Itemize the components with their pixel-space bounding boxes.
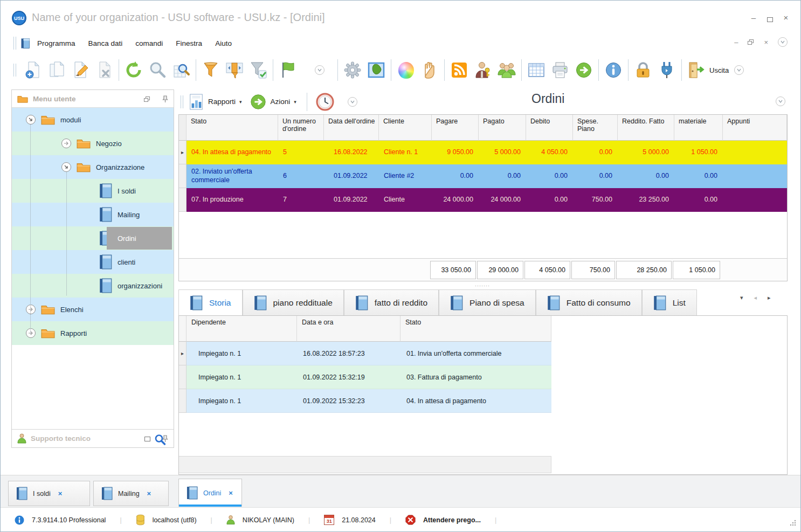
menu-item-aiuto[interactable]: Aiuto	[215, 39, 232, 47]
filter-button[interactable]	[199, 58, 223, 82]
column-header[interactable]: Pagare	[432, 115, 479, 141]
tab-list-truncated[interactable]: List	[642, 289, 697, 316]
edit-document-button[interactable]	[68, 58, 92, 82]
toolbar-options-chevron-icon[interactable]	[778, 37, 788, 47]
support-maximize-icon[interactable]	[144, 437, 150, 441]
content-toolbar-grip[interactable]	[181, 95, 183, 108]
table-row[interactable]: Impiegato n. 1 01.09.2022 15:32:19 03. F…	[179, 365, 787, 389]
new-document-button[interactable]	[21, 58, 45, 82]
tree-item-ordini-selected[interactable]: Ordini	[12, 226, 174, 250]
column-header[interactable]: Debito	[526, 115, 573, 141]
exit-button-label[interactable]: Uscita	[709, 66, 729, 74]
column-header[interactable]: materiale	[674, 115, 723, 141]
table-row[interactable]: 02. Inviato un'offerta commerciale 6 01.…	[179, 164, 787, 188]
search-button[interactable]	[146, 58, 169, 82]
delete-document-button[interactable]	[92, 58, 116, 82]
column-header[interactable]: Pagato	[479, 115, 526, 141]
refresh-button[interactable]	[122, 58, 146, 82]
table-view-icon[interactable]	[524, 58, 548, 82]
column-header[interactable]: Stato	[187, 115, 278, 141]
azioni-dropdown-button[interactable]: Azioni ▾	[250, 93, 296, 110]
content-options-chevron-icon[interactable]	[776, 96, 785, 106]
column-header[interactable]: Un numero d'ordine	[278, 115, 324, 141]
content-toolbar-chevron-icon[interactable]	[348, 97, 357, 107]
advanced-search-button[interactable]	[169, 58, 193, 82]
bottom-tab-i-soldi[interactable]: I soldi ×	[8, 481, 90, 506]
tree-item-clienti[interactable]: clienti	[12, 250, 174, 274]
tree-item-organizzazione[interactable]: Organizzazione	[12, 155, 174, 179]
menu-item-banca-dati[interactable]: Banca dati	[88, 39, 123, 47]
map-icon[interactable]	[364, 58, 388, 82]
bottom-tab-mailing[interactable]: Mailing ×	[93, 481, 169, 506]
tree-item-rapporti[interactable]: Rapporti	[12, 321, 174, 345]
tree-item-elenchi[interactable]: Elenchi	[12, 298, 174, 321]
column-header[interactable]: Reddito. Fatto	[618, 115, 674, 141]
tab-piano-reddituale[interactable]: piano reddituale	[243, 289, 344, 316]
exit-door-icon[interactable]	[685, 58, 708, 82]
tab-piano-di-spesa[interactable]: Piano di spesa	[439, 289, 536, 316]
table-row[interactable]: Impiegato n. 1 01.09.2022 15:32:23 04. I…	[179, 389, 787, 413]
settings-gear-icon[interactable]	[341, 58, 364, 82]
tab-fatto-di-consumo[interactable]: Fatto di consumo	[536, 289, 642, 316]
child-minimize-button[interactable]: –	[734, 38, 738, 46]
users-group-icon[interactable]	[495, 58, 519, 82]
table-row[interactable]: ▸ Impiegato n. 1 16.08.2022 18:57:23 01.…	[179, 342, 787, 365]
tab-dropdown-icon[interactable]: ▾	[740, 294, 743, 301]
filter-columns-button[interactable]	[223, 58, 246, 82]
time-clock-button[interactable]	[315, 92, 335, 112]
tree-item-mailing[interactable]: Mailing	[12, 203, 174, 226]
expand-arrow-icon[interactable]	[26, 328, 36, 338]
support-panel-header[interactable]: Supporto tecnico	[12, 429, 174, 447]
window-maximize-button[interactable]	[764, 13, 776, 23]
column-header[interactable]: Cliente	[379, 115, 432, 141]
tab-storia[interactable]: Storia	[178, 289, 243, 316]
tree-item-organizzazioni[interactable]: organizzazioni	[12, 274, 174, 298]
print-icon[interactable]	[548, 58, 572, 82]
menubar-grip[interactable]	[13, 37, 16, 50]
support-pin-icon[interactable]	[162, 435, 168, 443]
tab-scroll-right-icon[interactable]: ▸	[768, 294, 771, 301]
user-permissions-icon[interactable]	[471, 58, 495, 82]
column-header[interactable]: Appunti	[723, 115, 787, 141]
close-tab-icon[interactable]: ×	[229, 489, 233, 497]
toolbar-end-chevron-icon[interactable]	[734, 65, 744, 75]
lock-icon[interactable]	[631, 58, 655, 82]
splitter-handle[interactable]: ·······	[475, 283, 490, 288]
menu-item-programma[interactable]: Programma	[37, 39, 75, 47]
rapporti-dropdown-button[interactable]: Rapporti ▾	[188, 93, 242, 110]
menu-item-comandi[interactable]: comandi	[135, 39, 163, 47]
window-close-button[interactable]: ×	[780, 13, 792, 23]
colors-palette-icon[interactable]	[394, 58, 418, 82]
connection-plug-icon[interactable]	[655, 58, 679, 82]
tab-fatto-di-reddito[interactable]: fatto di reddito	[344, 289, 439, 316]
expand-arrow-icon[interactable]	[26, 305, 36, 314]
copy-document-button[interactable]	[45, 58, 68, 82]
menu-item-finestra[interactable]: Finestra	[176, 39, 202, 47]
collapse-arrow-icon[interactable]	[26, 115, 36, 125]
column-header[interactable]: Data dell'ordine	[324, 115, 379, 141]
filter-apply-button[interactable]	[246, 58, 270, 82]
expand-arrow-icon[interactable]	[61, 139, 71, 148]
tree-item-i-soldi[interactable]: I soldi	[12, 179, 174, 203]
toolbar-grip[interactable]	[13, 64, 16, 77]
tree-item-moduli[interactable]: moduli	[12, 108, 174, 132]
close-tab-icon[interactable]: ×	[58, 489, 63, 498]
bottom-tab-ordini-active[interactable]: Ordini ×	[178, 479, 242, 507]
window-menu-icon[interactable]	[21, 38, 30, 49]
column-header[interactable]: Spese. Piano	[573, 115, 618, 141]
child-close-button[interactable]: ×	[764, 38, 768, 46]
column-header[interactable]: Data e ora	[297, 316, 400, 342]
info-icon[interactable]	[602, 58, 625, 82]
table-row[interactable]: ▸ 04. In attesa di pagamento 5 16.08.202…	[179, 141, 787, 164]
hand-icon[interactable]	[418, 58, 441, 82]
flag-button[interactable]	[276, 58, 300, 82]
sidebar-pin-icon[interactable]	[162, 95, 168, 103]
table-row[interactable]: 07. In produzione 7 01.09.2022 Cliente 2…	[179, 188, 787, 212]
resize-grip[interactable]	[789, 520, 796, 527]
column-header[interactable]: Stato	[400, 316, 551, 342]
toolbar-more-chevron-icon[interactable]	[315, 65, 324, 75]
collapse-arrow-icon[interactable]	[61, 162, 71, 172]
tab-scroll-left-icon[interactable]: ◂	[754, 294, 757, 301]
rss-icon[interactable]	[447, 58, 471, 82]
tree-item-negozio[interactable]: Negozio	[12, 132, 174, 155]
